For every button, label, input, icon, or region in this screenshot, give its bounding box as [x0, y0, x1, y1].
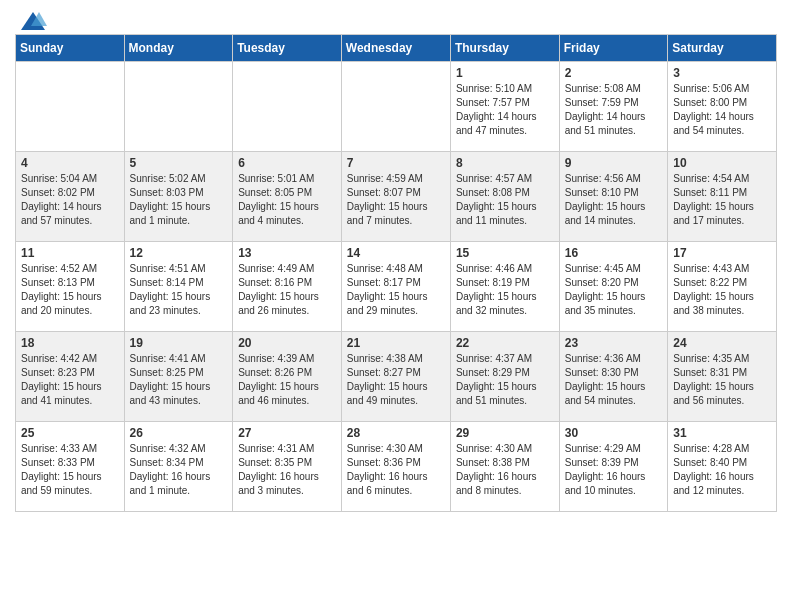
cell-info: Sunrise: 4:42 AM Sunset: 8:23 PM Dayligh…	[21, 352, 119, 408]
calendar-cell: 27Sunrise: 4:31 AM Sunset: 8:35 PM Dayli…	[233, 422, 342, 512]
cell-day-number: 9	[565, 156, 662, 170]
cell-info: Sunrise: 5:08 AM Sunset: 7:59 PM Dayligh…	[565, 82, 662, 138]
cell-info: Sunrise: 4:43 AM Sunset: 8:22 PM Dayligh…	[673, 262, 771, 318]
calendar-cell	[124, 62, 233, 152]
calendar-cell: 13Sunrise: 4:49 AM Sunset: 8:16 PM Dayli…	[233, 242, 342, 332]
calendar-week-row: 18Sunrise: 4:42 AM Sunset: 8:23 PM Dayli…	[16, 332, 777, 422]
calendar-cell: 23Sunrise: 4:36 AM Sunset: 8:30 PM Dayli…	[559, 332, 667, 422]
calendar-cell: 10Sunrise: 4:54 AM Sunset: 8:11 PM Dayli…	[668, 152, 777, 242]
calendar-cell	[341, 62, 450, 152]
cell-day-number: 29	[456, 426, 554, 440]
cell-day-number: 6	[238, 156, 336, 170]
cell-day-number: 20	[238, 336, 336, 350]
calendar-cell: 25Sunrise: 4:33 AM Sunset: 8:33 PM Dayli…	[16, 422, 125, 512]
cell-info: Sunrise: 4:31 AM Sunset: 8:35 PM Dayligh…	[238, 442, 336, 498]
calendar-cell: 11Sunrise: 4:52 AM Sunset: 8:13 PM Dayli…	[16, 242, 125, 332]
weekday-header-monday: Monday	[124, 35, 233, 62]
calendar-cell: 31Sunrise: 4:28 AM Sunset: 8:40 PM Dayli…	[668, 422, 777, 512]
calendar-cell: 4Sunrise: 5:04 AM Sunset: 8:02 PM Daylig…	[16, 152, 125, 242]
cell-day-number: 8	[456, 156, 554, 170]
cell-day-number: 12	[130, 246, 228, 260]
calendar-cell: 5Sunrise: 5:02 AM Sunset: 8:03 PM Daylig…	[124, 152, 233, 242]
cell-day-number: 15	[456, 246, 554, 260]
weekday-header-sunday: Sunday	[16, 35, 125, 62]
cell-day-number: 30	[565, 426, 662, 440]
cell-info: Sunrise: 4:32 AM Sunset: 8:34 PM Dayligh…	[130, 442, 228, 498]
cell-info: Sunrise: 4:51 AM Sunset: 8:14 PM Dayligh…	[130, 262, 228, 318]
cell-info: Sunrise: 5:10 AM Sunset: 7:57 PM Dayligh…	[456, 82, 554, 138]
cell-day-number: 19	[130, 336, 228, 350]
calendar-header-row: SundayMondayTuesdayWednesdayThursdayFrid…	[16, 35, 777, 62]
cell-info: Sunrise: 4:48 AM Sunset: 8:17 PM Dayligh…	[347, 262, 445, 318]
cell-info: Sunrise: 4:33 AM Sunset: 8:33 PM Dayligh…	[21, 442, 119, 498]
calendar-cell	[16, 62, 125, 152]
cell-day-number: 16	[565, 246, 662, 260]
cell-info: Sunrise: 4:41 AM Sunset: 8:25 PM Dayligh…	[130, 352, 228, 408]
cell-day-number: 26	[130, 426, 228, 440]
cell-info: Sunrise: 4:38 AM Sunset: 8:27 PM Dayligh…	[347, 352, 445, 408]
cell-day-number: 22	[456, 336, 554, 350]
cell-info: Sunrise: 4:54 AM Sunset: 8:11 PM Dayligh…	[673, 172, 771, 228]
cell-day-number: 23	[565, 336, 662, 350]
calendar-cell: 12Sunrise: 4:51 AM Sunset: 8:14 PM Dayli…	[124, 242, 233, 332]
cell-info: Sunrise: 4:46 AM Sunset: 8:19 PM Dayligh…	[456, 262, 554, 318]
weekday-header-tuesday: Tuesday	[233, 35, 342, 62]
calendar-cell	[233, 62, 342, 152]
cell-info: Sunrise: 4:29 AM Sunset: 8:39 PM Dayligh…	[565, 442, 662, 498]
cell-info: Sunrise: 4:39 AM Sunset: 8:26 PM Dayligh…	[238, 352, 336, 408]
calendar-cell: 22Sunrise: 4:37 AM Sunset: 8:29 PM Dayli…	[450, 332, 559, 422]
calendar-week-row: 1Sunrise: 5:10 AM Sunset: 7:57 PM Daylig…	[16, 62, 777, 152]
calendar-cell: 28Sunrise: 4:30 AM Sunset: 8:36 PM Dayli…	[341, 422, 450, 512]
calendar-cell: 6Sunrise: 5:01 AM Sunset: 8:05 PM Daylig…	[233, 152, 342, 242]
calendar-cell: 17Sunrise: 4:43 AM Sunset: 8:22 PM Dayli…	[668, 242, 777, 332]
cell-day-number: 4	[21, 156, 119, 170]
cell-info: Sunrise: 5:04 AM Sunset: 8:02 PM Dayligh…	[21, 172, 119, 228]
cell-info: Sunrise: 4:30 AM Sunset: 8:36 PM Dayligh…	[347, 442, 445, 498]
header	[15, 10, 777, 28]
logo	[15, 10, 47, 28]
cell-day-number: 3	[673, 66, 771, 80]
cell-info: Sunrise: 5:02 AM Sunset: 8:03 PM Dayligh…	[130, 172, 228, 228]
calendar-cell: 29Sunrise: 4:30 AM Sunset: 8:38 PM Dayli…	[450, 422, 559, 512]
calendar-cell: 26Sunrise: 4:32 AM Sunset: 8:34 PM Dayli…	[124, 422, 233, 512]
calendar-cell: 7Sunrise: 4:59 AM Sunset: 8:07 PM Daylig…	[341, 152, 450, 242]
cell-day-number: 21	[347, 336, 445, 350]
weekday-header-friday: Friday	[559, 35, 667, 62]
cell-day-number: 14	[347, 246, 445, 260]
cell-info: Sunrise: 4:37 AM Sunset: 8:29 PM Dayligh…	[456, 352, 554, 408]
cell-day-number: 27	[238, 426, 336, 440]
calendar-cell: 1Sunrise: 5:10 AM Sunset: 7:57 PM Daylig…	[450, 62, 559, 152]
calendar-week-row: 11Sunrise: 4:52 AM Sunset: 8:13 PM Dayli…	[16, 242, 777, 332]
cell-info: Sunrise: 4:49 AM Sunset: 8:16 PM Dayligh…	[238, 262, 336, 318]
cell-info: Sunrise: 4:57 AM Sunset: 8:08 PM Dayligh…	[456, 172, 554, 228]
cell-day-number: 5	[130, 156, 228, 170]
calendar-cell: 21Sunrise: 4:38 AM Sunset: 8:27 PM Dayli…	[341, 332, 450, 422]
cell-info: Sunrise: 4:45 AM Sunset: 8:20 PM Dayligh…	[565, 262, 662, 318]
calendar-cell: 3Sunrise: 5:06 AM Sunset: 8:00 PM Daylig…	[668, 62, 777, 152]
cell-info: Sunrise: 5:06 AM Sunset: 8:00 PM Dayligh…	[673, 82, 771, 138]
calendar-cell: 30Sunrise: 4:29 AM Sunset: 8:39 PM Dayli…	[559, 422, 667, 512]
cell-day-number: 31	[673, 426, 771, 440]
weekday-header-wednesday: Wednesday	[341, 35, 450, 62]
cell-day-number: 28	[347, 426, 445, 440]
calendar-week-row: 25Sunrise: 4:33 AM Sunset: 8:33 PM Dayli…	[16, 422, 777, 512]
calendar-cell: 18Sunrise: 4:42 AM Sunset: 8:23 PM Dayli…	[16, 332, 125, 422]
calendar-cell: 14Sunrise: 4:48 AM Sunset: 8:17 PM Dayli…	[341, 242, 450, 332]
cell-info: Sunrise: 4:28 AM Sunset: 8:40 PM Dayligh…	[673, 442, 771, 498]
cell-day-number: 13	[238, 246, 336, 260]
cell-day-number: 17	[673, 246, 771, 260]
cell-day-number: 18	[21, 336, 119, 350]
cell-info: Sunrise: 4:35 AM Sunset: 8:31 PM Dayligh…	[673, 352, 771, 408]
cell-day-number: 24	[673, 336, 771, 350]
cell-day-number: 25	[21, 426, 119, 440]
calendar-cell: 8Sunrise: 4:57 AM Sunset: 8:08 PM Daylig…	[450, 152, 559, 242]
calendar-week-row: 4Sunrise: 5:04 AM Sunset: 8:02 PM Daylig…	[16, 152, 777, 242]
cell-day-number: 11	[21, 246, 119, 260]
calendar-cell: 9Sunrise: 4:56 AM Sunset: 8:10 PM Daylig…	[559, 152, 667, 242]
calendar-cell: 24Sunrise: 4:35 AM Sunset: 8:31 PM Dayli…	[668, 332, 777, 422]
weekday-header-thursday: Thursday	[450, 35, 559, 62]
weekday-header-saturday: Saturday	[668, 35, 777, 62]
calendar-table: SundayMondayTuesdayWednesdayThursdayFrid…	[15, 34, 777, 512]
cell-info: Sunrise: 4:30 AM Sunset: 8:38 PM Dayligh…	[456, 442, 554, 498]
cell-info: Sunrise: 4:59 AM Sunset: 8:07 PM Dayligh…	[347, 172, 445, 228]
